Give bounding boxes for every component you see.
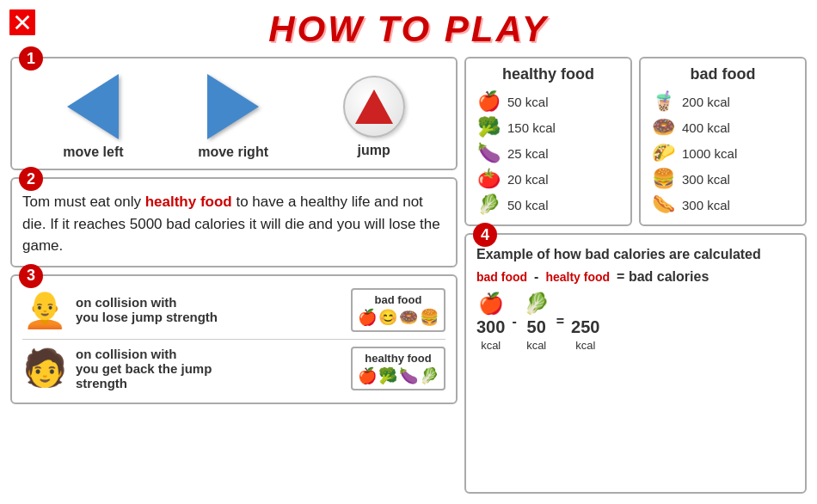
bad-food-table: bad food 🧋 200 kcal 🍩 400 kcal 🌮 1000 kc… [639,57,807,226]
section-3-badge: 3 [19,264,43,288]
healthy-food-calc-item: 🥬 50 kcal [524,292,550,352]
example-title: Example of how bad calories are calculat… [476,243,795,262]
section-controls: 1 move left move right jump [10,57,458,170]
healthy-collision-text: on collision withyou get back the jumpst… [76,347,342,390]
bad-kcal-4: 300 kcal [682,172,730,187]
fat-man-healthy-icon: 🧑 [22,350,67,386]
healthy-food-row-4: 🍅 20 kcal [476,166,620,192]
bad-kcal-3: 1000 kcal [682,146,737,161]
move-left-label: move left [63,144,123,160]
section-2-badge: 2 [19,167,43,191]
fat-man-bad-icon: 🧑‍🦲 [22,292,67,328]
healthy-icon-1: 🍎 [358,366,377,385]
bad-food-icons: 🍎 😊 🍩 🍔 [358,308,439,327]
healthy-icon-4: 🥬 [420,366,439,385]
bad-food-box: bad food 🍎 😊 🍩 🍔 [351,288,445,332]
bad-food-calc-label: bad food [476,270,527,284]
right-arrow-icon [207,74,259,139]
equals-op: = bad calories [617,269,709,285]
close-button[interactable] [7,7,38,38]
section-instructions: 2 Tom must eat only healthy food to have… [10,177,458,267]
healthy-food-table-title: healthy food [476,65,620,83]
bad-food-row-2: 🍩 400 kcal [651,114,795,140]
result-calc-num: 250 [571,317,599,337]
left-arrow-icon [67,74,119,139]
result-emoji [582,292,588,316]
healthy-kcal-1: 50 kcal [507,95,549,109]
healthy-calc-emoji: 🥬 [524,292,550,316]
instructions-text: Tom must eat only healthy food to have a… [22,187,445,257]
healthy-kcal-5: 50 kcal [507,198,549,212]
bad-collision-text: on collision withyou lose jump strength [76,295,342,324]
bad-emoji-3: 🌮 [651,142,675,164]
bad-food-row-1: 🧋 200 kcal [651,89,795,114]
jump-label: jump [358,143,390,158]
healthy-food-row-2: 🥦 150 kcal [476,114,620,140]
section-1-badge: 1 [19,46,43,71]
calc-values-row: 🍎 300 kcal - 🥬 50 kcal = 250 kcal [476,292,795,352]
move-right-control: move right [198,74,268,160]
bad-icon-1: 🍎 [358,308,377,327]
healthy-emoji-1: 🍎 [476,90,501,113]
page-title: HOW TO PLAY [0,0,817,57]
bad-kcal-2: 400 kcal [682,120,730,135]
food-tables-section: healthy food 🍎 50 kcal 🥦 150 kcal 🍆 25 k… [464,57,807,226]
healthy-food-box-label: healthy food [365,352,431,365]
section-4-badge: 4 [473,223,497,247]
healthy-food-row-1: 🍎 50 kcal [476,89,620,114]
healthy-food-icons: 🍎 🥦 🍆 🥬 [358,366,439,385]
bad-calc-sub: kcal [481,339,501,352]
bad-emoji-1: 🧋 [651,90,675,113]
bad-food-row-3: 🌮 1000 kcal [651,140,795,166]
healthy-emoji-4: 🍅 [476,168,501,190]
bad-food-row-4: 🍔 300 kcal [651,166,795,192]
healthy-food-collision-row: 🧑 on collision withyou get back the jump… [22,343,445,394]
bad-collision-label: on collision withyou lose jump strength [76,295,218,324]
minus-op: - [534,269,538,285]
bad-kcal-5: 300 kcal [682,198,730,212]
bad-emoji-2: 🍩 [651,116,675,138]
bad-food-box-label: bad food [375,293,422,306]
bad-calc-num: 300 [476,317,505,337]
healthy-calc-sub: kcal [526,339,546,352]
healthy-food-row-3: 🍆 25 kcal [476,140,620,166]
healthy-calc-num: 50 [527,317,546,337]
healthy-food-box: healthy food 🍎 🥦 🍆 🥬 [351,347,445,390]
result-calc-sub: kcal [575,339,595,352]
healthy-food-row-5: 🥬 50 kcal [476,192,620,218]
move-left-control: move left [63,74,123,160]
healthy-emoji-5: 🥬 [476,194,501,216]
bad-icon-2: 😊 [378,308,397,327]
calc-minus-val: - [512,314,516,329]
healthy-food-table: healthy food 🍎 50 kcal 🥦 150 kcal 🍆 25 k… [464,57,632,226]
healthy-icon-3: 🍆 [399,366,418,385]
healthy-kcal-4: 20 kcal [507,172,549,187]
move-right-label: move right [198,144,268,160]
section-collision: 3 🧑‍🦲 on collision withyou lose jump str… [10,274,458,404]
bad-food-row-5: 🌭 300 kcal [651,192,795,218]
healthy-kcal-3: 25 kcal [507,146,549,161]
jump-circle-icon [343,76,405,138]
result-calc-item: 250 kcal [571,292,599,352]
section-example: 4 Example of how bad calories are calcul… [464,233,807,494]
healthy-food-highlight: healthy food [145,194,232,210]
bad-emoji-4: 🍔 [651,168,675,190]
bad-icon-3: 🍩 [399,308,418,327]
bad-emoji-5: 🌭 [651,194,675,216]
healthy-emoji-2: 🥦 [476,116,501,138]
bad-food-calc-item: 🍎 300 kcal [476,292,505,352]
healthy-collision-label: on collision withyou get back the jumpst… [76,347,212,390]
healthy-kcal-2: 150 kcal [507,120,556,135]
text-before: Tom must eat only [22,194,145,210]
healthy-food-calc-label: healty food [545,270,610,284]
jump-control: jump [343,76,405,158]
bad-food-table-title: bad food [651,65,795,83]
controls-row: move left move right jump [26,67,442,160]
bad-icon-4: 🍔 [420,308,439,327]
healthy-icon-2: 🥦 [378,366,397,385]
bad-food-collision-row: 🧑‍🦲 on collision withyou lose jump stren… [22,285,445,335]
bad-calc-emoji: 🍎 [478,292,504,316]
calc-equals-val: = [556,314,564,329]
healthy-emoji-3: 🍆 [476,142,501,164]
calc-labels-row: bad food - healty food = bad calories [476,269,795,285]
